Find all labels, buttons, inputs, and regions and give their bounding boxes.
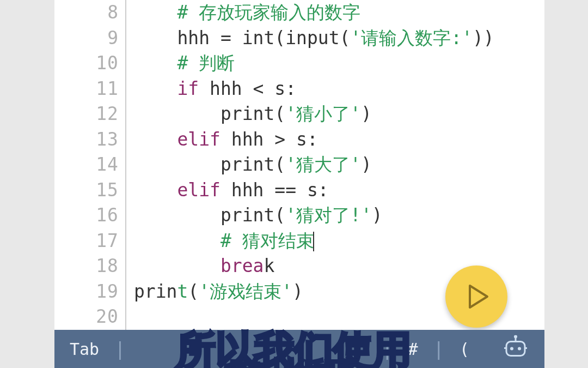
code-token: ) [361,154,372,175]
code-line[interactable]: print('猜小了') [134,101,494,127]
code-token: t [177,281,188,302]
code-token: )) [473,27,494,49]
line-number: 16 [54,203,125,228]
text-cursor [313,232,314,251]
code-line[interactable] [134,304,494,330]
code-token: ) [361,103,372,124]
svg-point-4 [514,335,517,339]
code-line[interactable]: elif hhh == s: [134,178,494,203]
code-token: prin [134,281,177,302]
toolbar-separator: | [114,338,125,360]
string-token: '猜小了' [285,103,361,124]
keyword-token: elif [177,179,220,201]
gutter-divider [125,0,126,330]
keyword-token: brea [220,255,264,276]
line-number: 11 [54,76,125,102]
keyword-token: if [177,78,199,99]
code-line[interactable]: if hhh < s: [134,76,494,102]
string-token: '猜对了!' [285,204,372,226]
app-container: 8 9 10 11 12 13 14 15 16 17 18 19 20 # 存… [0,0,588,368]
code-token: hhh < s: [199,78,296,99]
line-number: 17 [54,228,125,254]
code-token: print( [220,204,285,226]
toolbar-separator: | [433,338,444,360]
code-line[interactable]: # 判断 [134,51,494,76]
svg-point-1 [510,347,513,351]
code-token: hhh = int(input( [177,27,350,49]
svg-point-2 [518,347,521,351]
string-token: '请输入数字:' [350,27,473,49]
line-number: 14 [54,152,125,178]
comment-token: # 判断 [177,52,235,74]
code-editor[interactable]: 8 9 10 11 12 13 14 15 16 17 18 19 20 # 存… [54,0,544,330]
paren-key[interactable]: ( [444,340,485,359]
svg-rect-0 [506,342,525,356]
video-subtitle-2: 弹出循环 [231,353,357,368]
comment-token: # 猜对结束 [220,230,314,251]
play-icon [468,283,489,310]
line-number: 15 [54,178,125,203]
line-number: 9 [54,26,125,51]
tab-key[interactable]: Tab [54,340,114,359]
code-line[interactable]: # 猜对结束 [134,228,494,254]
code-line[interactable]: # 存放玩家输入的数字 [134,0,494,26]
string-token: '游戏结束' [199,281,292,302]
code-line[interactable]: hhh = int(input('请输入数字:')) [134,26,494,51]
line-number: 18 [54,254,125,279]
code-token: print( [220,154,285,175]
code-line[interactable]: elif hhh > s: [134,127,494,153]
code-token: print( [220,103,285,124]
code-line[interactable]: break [134,254,494,279]
code-content[interactable]: # 存放玩家输入的数字 hhh = int(input('请输入数字:')) #… [134,0,494,330]
code-line[interactable]: print('游戏结束') [134,279,494,305]
line-number: 13 [54,127,125,153]
line-number: 12 [54,101,125,127]
line-number: 19 [54,279,125,305]
comment-token: # 存放玩家输入的数字 [177,2,360,23]
line-number-gutter: 8 9 10 11 12 13 14 15 16 17 18 19 20 [54,0,125,330]
line-number: 8 [54,0,125,26]
string-token: '猜大了' [285,154,361,175]
code-token: hhh > s: [220,129,318,150]
code-token: ( [188,281,199,302]
code-token: ) [372,204,383,226]
run-button[interactable] [445,266,507,328]
code-line[interactable]: print('猜大了') [134,152,494,178]
code-token: hhh == s: [220,179,329,201]
keyword-token: elif [177,129,220,150]
code-line[interactable]: print('猜对了!') [134,203,494,228]
line-number: 20 [54,304,125,330]
line-number: 10 [54,51,125,76]
code-token: k [264,255,274,276]
code-token: ) [292,281,303,302]
assistant-icon[interactable] [503,335,528,363]
